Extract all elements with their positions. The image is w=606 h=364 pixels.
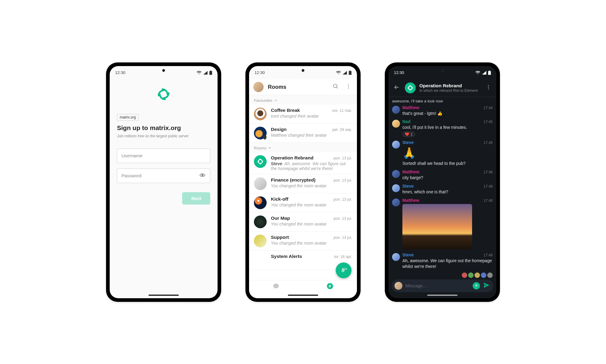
svg-point-12 [488,88,489,89]
username-placeholder: Username [122,153,142,158]
sender-avatar[interactable] [392,253,400,261]
room-section-header[interactable]: Favourites [249,95,357,105]
room-info: Designpet. 29 sep.Matthew changed their … [271,127,352,138]
room-date: tor. 16 apr. [334,255,352,259]
chat-screen: 12:30 Operation Rebrand In which we rebr… [388,66,496,298]
message-body: Sorted! shall we head to the pub? [402,161,493,166]
room-name: Support [271,235,289,240]
svg-point-3 [348,84,349,85]
server-badge[interactable]: matrix.org [117,114,138,121]
room-row[interactable]: Designpet. 29 sep.Matthew changed their … [249,124,357,143]
status-time: 12:30 [255,70,265,75]
battery-icon [349,71,351,75]
read-avatar [481,272,486,278]
search-icon[interactable] [331,82,340,92]
message-time: 17:48 [484,184,493,189]
room-row[interactable]: Supportpon. 13 jul.You changed the room … [249,232,357,251]
signal-icon [482,71,486,75]
sender-avatar[interactable] [392,106,400,114]
message-input[interactable]: Message… [405,283,470,288]
status-icons [475,71,491,75]
status-time: 12:30 [115,70,125,75]
read-avatar [468,272,474,278]
message[interactable]: Matthew17:48 [402,198,493,249]
message[interactable]: Steve17:45🙏Sorted! shall we head to the … [402,140,493,166]
room-title-wrap[interactable]: Operation Rebrand In which we rebrand Ri… [419,83,481,93]
message-time: 17:48 [484,253,493,257]
room-row[interactable]: Operation Rebrandpon. 13 jul.Steve: Ah, … [249,152,357,174]
new-room-fab[interactable]: #+ [336,262,351,278]
message-time: 17:45 [484,141,493,145]
room-row[interactable]: Kick-offpon. 13 jul.You changed the room… [249,193,357,212]
signal-icon [203,71,208,75]
back-icon[interactable] [392,83,401,93]
sender-name: Nad [402,119,410,124]
password-field[interactable]: Password [117,169,210,183]
room-avatar [254,127,267,139]
svg-point-4 [348,86,349,87]
svg-point-1 [202,175,203,176]
room-row[interactable]: Coffee Breaksre. 11 mar.toml changed the… [249,105,357,124]
sender-avatar[interactable] [392,141,400,149]
message-image[interactable] [402,204,472,249]
status-bar: 12:30 [110,66,218,79]
message[interactable]: Matthew17:46city barge? [402,169,493,181]
section-label: Favourites [254,98,272,103]
nav-bar[interactable] [148,295,179,296]
room-info: Finance (encrypted)pon. 13 jul.You chang… [271,177,352,188]
overflow-message: awesome, i'll take a look now [392,99,493,103]
room-row[interactable]: Our Mappon. 13 jul.You changed the room … [249,212,357,232]
username-field[interactable]: Username [117,149,210,163]
phone-signup: 12:30 matrix.org Sign up to matrix.org J… [106,62,221,302]
show-password-icon[interactable] [199,172,206,179]
room-date: pon. 13 jul. [334,235,352,240]
wifi-icon [336,71,341,75]
room-subtitle: You changed the room avatar [271,241,352,245]
signup-heading: Sign up to matrix.org [117,124,210,132]
read-receipts[interactable] [402,272,493,278]
message[interactable]: Steve17:48hmm, which one is that? [402,184,493,195]
sender-avatar[interactable] [392,120,400,128]
room-date: pon. 13 jul. [334,216,352,221]
message-time: 17:48 [484,199,493,203]
message[interactable]: Steve17:48Ah, awesome. We can figure out… [402,252,493,269]
sender-avatar[interactable] [392,199,400,206]
room-info: System Alertstor. 16 apr. [271,254,352,260]
reaction-chip[interactable]: ❤️ 1 [402,132,415,137]
message[interactable]: Matthew17:44that's great - lgtm! 👍 [402,105,493,116]
room-topic: In which we rebrand Riot to Element [419,88,481,93]
room-section-header[interactable]: Rooms [249,143,357,152]
message-body: hmm, which one is that? [402,189,493,195]
element-logo [156,87,171,103]
sender-avatar[interactable] [392,170,400,178]
room-name: Operation Rebrand [271,155,313,161]
nav-bar[interactable] [288,295,318,296]
room-name: Coffee Break [271,108,300,113]
next-button[interactable]: Next [182,192,210,205]
svg-point-2 [334,84,337,88]
nav-bar[interactable] [427,295,458,296]
user-avatar[interactable] [253,82,264,92]
message[interactable]: Nad17:45cool, i'll put it live in a few … [402,119,493,137]
rooms-header: Rooms [249,79,357,95]
send-button[interactable] [483,282,490,290]
room-avatar[interactable] [405,82,416,93]
room-subtitle: You changed the room avatar [271,202,352,207]
chats-tab[interactable] [249,283,303,289]
room-name: Kick-off [271,196,288,202]
room-info: Operation Rebrandpon. 13 jul.Steve: Ah, … [271,155,352,171]
chat-body[interactable]: awesome, i'll take a look now Matthew17:… [388,97,496,298]
room-row[interactable]: Finance (encrypted)pon. 13 jul.You chang… [249,174,357,193]
rooms-tab[interactable]: # [303,283,357,289]
sender-name: Matthew [402,198,419,203]
room-subtitle: You changed the room avatar [271,183,352,188]
attach-button[interactable]: + [473,282,480,289]
room-name: Design [271,127,287,132]
more-icon[interactable] [484,83,493,93]
message-body: Ah, awesome. We can figure out the homep… [402,258,493,269]
wifi-icon [475,71,480,75]
status-time: 12:30 [394,70,404,75]
more-icon[interactable] [344,82,353,92]
sender-avatar[interactable] [392,184,400,192]
room-info: Our Mappon. 13 jul.You changed the room … [271,215,352,226]
